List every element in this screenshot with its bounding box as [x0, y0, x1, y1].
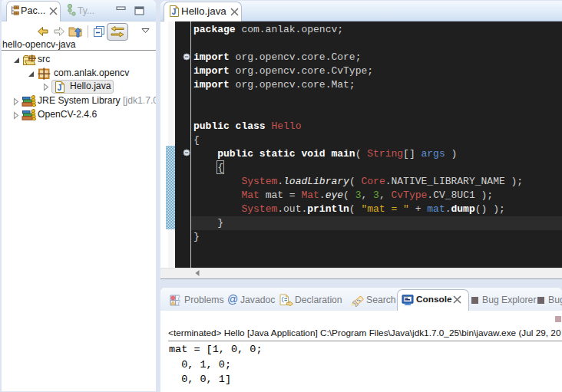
svg-text:J: J: [58, 84, 62, 92]
svg-text:J: J: [172, 8, 177, 16]
